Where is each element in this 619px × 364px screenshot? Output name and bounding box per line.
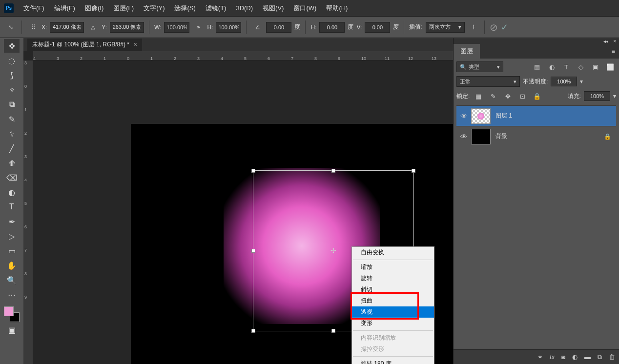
layer-row[interactable]: 👁背景🔒 [456,126,616,146]
skew-h-input[interactable] [319,22,345,33]
ctx-斜切[interactable]: 斜切 [352,284,434,295]
gradient-tool[interactable]: ◐ [4,185,20,199]
menu-view[interactable]: 视图(V) [258,4,289,13]
ctx-缩放[interactable]: 缩放 [352,262,434,273]
h-input[interactable] [216,22,241,33]
menu-type[interactable]: 文字(Y) [139,4,169,13]
zoom-tool[interactable]: 🔍 [4,273,20,287]
pen-tool[interactable]: ✒ [4,215,20,228]
wand-tool[interactable]: ✧ [4,83,20,97]
delta-icon[interactable]: △ [87,21,99,33]
menu-3d[interactable]: 3D(D) [231,4,258,12]
x-input[interactable] [50,22,84,33]
heal-tool[interactable]: ⚕ [4,127,20,141]
layer-row[interactable]: 👁图层 1 [456,105,616,126]
layer-filter-dropdown[interactable]: 🔍类型▾ [456,61,503,72]
reference-point-icon[interactable]: ⠿ [27,21,39,33]
marquee-tool[interactable]: ◌ [4,54,20,67]
angle-input[interactable] [266,22,291,33]
quick-mask-tool[interactable]: ▣ [4,323,20,337]
layer-thumbnail[interactable] [471,129,491,144]
opacity-arrow-icon[interactable]: ▾ [580,78,583,85]
menu-select[interactable]: 选择(S) [169,4,200,13]
handle-bl[interactable] [251,329,255,333]
eraser-tool[interactable]: ⌫ [4,171,20,184]
menu-edit[interactable]: 编辑(E) [49,4,80,13]
rectangle-tool[interactable]: ▭ [4,244,20,258]
filter-pixel-icon[interactable]: ▦ [531,61,543,72]
skew-v-input[interactable] [365,22,390,33]
document-tab[interactable]: 未标题-1 @ 100% (图层 1, RGB/8#) * × [27,39,142,51]
fx-icon[interactable]: fx [550,353,555,361]
blend-mode-dropdown[interactable]: 正常▾ [456,76,520,87]
menu-image[interactable]: 图像(I) [80,4,108,13]
filter-smart-icon[interactable]: ▣ [590,61,601,72]
panel-menu-icon[interactable]: ≡ [608,48,619,55]
cancel-icon[interactable]: ⊘ [490,21,498,33]
menu-window[interactable]: 窗口(W) [289,4,321,13]
handle-ml[interactable] [251,249,255,253]
filter-shape-icon[interactable]: ◇ [575,61,587,72]
filter-adjust-icon[interactable]: ◐ [546,61,557,72]
edit-toolbar[interactable]: ⋯ [4,288,20,302]
visibility-icon[interactable]: 👁 [456,112,471,120]
ctx-透视[interactable]: 透视 [352,306,434,318]
ctx-自由变换[interactable]: 自由变换 [352,247,434,258]
handle-tr[interactable] [412,169,415,173]
opacity-input[interactable] [551,77,577,86]
adjustment-icon[interactable]: ◐ [572,353,578,361]
layer-name: 图层 1 [495,112,512,120]
y-input[interactable] [110,22,144,33]
eyedropper-tool[interactable]: ✎ [4,112,20,126]
handle-tl[interactable] [251,169,255,173]
delete-icon[interactable]: 🗑 [609,353,615,361]
lock-pixel-icon[interactable]: ✎ [487,91,499,101]
ctx-变形[interactable]: 变形 [352,318,434,329]
lock-pos-icon[interactable]: ✥ [502,91,514,101]
w-input[interactable] [164,22,189,33]
link-icon[interactable]: ⚭ [192,21,204,33]
close-panel-icon[interactable]: × [613,39,616,44]
fill-arrow-icon[interactable]: ▾ [613,93,616,100]
menu-filter[interactable]: 滤镜(T) [201,4,231,13]
menu-help[interactable]: 帮助(H) [321,4,352,13]
filter-toggle-icon[interactable]: ⬜ [604,61,616,72]
handle-bm[interactable] [331,329,335,333]
stamp-tool[interactable]: ⟰ [4,156,20,170]
fill-input[interactable] [584,91,610,101]
crop-tool[interactable]: ⧉ [4,98,20,111]
transform-tool-icon[interactable]: ⤡ [5,21,17,33]
interp-dropdown[interactable]: 两次立方▾ [426,22,465,33]
layer-thumbnail[interactable] [471,108,491,124]
skew-h-unit: 度 [348,23,353,31]
menu-file[interactable]: 文件(F) [19,4,49,13]
color-swatch[interactable] [4,306,20,322]
options-bar: ⤡ ⠿ X: △ Y: W: ⚭ H: ∠ 度 H: 度 V: 度 插值: 两次… [0,17,619,38]
tab-layers[interactable]: 图层 [454,44,480,59]
lasso-tool[interactable]: ⟆ [4,68,20,82]
ctx-旋转[interactable]: 旋转 [352,273,434,284]
ctx-扭曲[interactable]: 扭曲 [352,295,434,306]
path-select-tool[interactable]: ▷ [4,229,20,243]
filter-type-icon[interactable]: T [560,61,572,72]
mask-icon[interactable]: ◙ [561,353,565,361]
lock-trans-icon[interactable]: ▦ [473,91,484,101]
ctx-旋转 180 度[interactable]: 旋转 180 度 [352,358,434,364]
handle-tm[interactable] [331,169,335,173]
brush-tool[interactable]: ╱ [4,142,20,155]
group-icon[interactable]: ▬ [584,353,591,361]
commit-icon[interactable]: ✓ [501,22,508,33]
hand-tool[interactable]: ✋ [4,259,20,272]
close-tab-icon[interactable]: × [133,40,137,48]
move-tool[interactable]: ✥ [4,39,20,53]
visibility-icon[interactable]: 👁 [456,133,471,141]
lock-all-icon[interactable]: 🔒 [531,91,543,101]
foreground-color[interactable] [4,306,14,316]
link-layers-icon[interactable]: ⚭ [537,353,543,361]
lock-artboard-icon[interactable]: ⊡ [516,91,528,101]
type-tool[interactable]: T [4,200,20,214]
new-layer-icon[interactable]: ⧉ [598,353,602,361]
menu-layer[interactable]: 图层(L) [108,4,139,13]
collapse-icon[interactable]: ◂◂ [603,39,608,44]
warp-icon[interactable]: ⌇ [468,21,479,33]
